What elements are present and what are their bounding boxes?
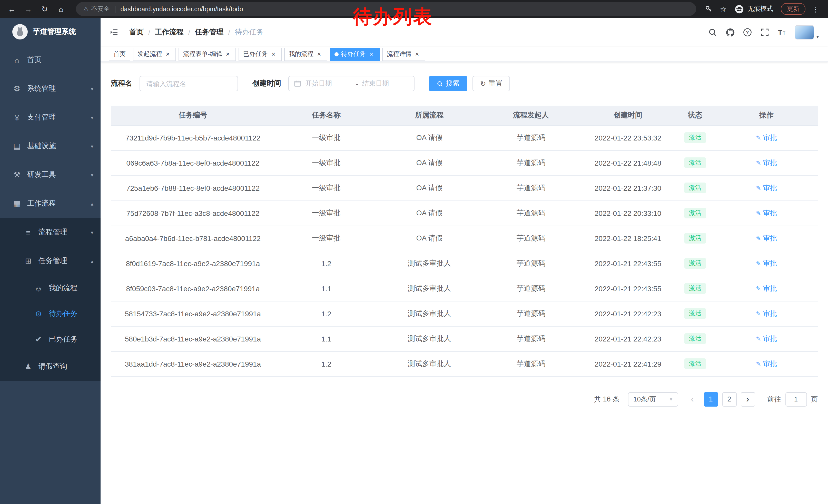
- header-tools: ? TT ▾: [701, 25, 819, 40]
- sidebar-item-workflow[interactable]: ▦ 工作流程 ▴: [0, 189, 100, 218]
- sidebar-item-done-tasks[interactable]: ✔ 已办任务: [0, 327, 100, 352]
- tab-start-process[interactable]: 发起流程 ×: [133, 47, 176, 61]
- table-row: 75d72608-7b7f-11ec-a3c8-acde48001122 一级审…: [111, 200, 818, 226]
- sidebar-item-system[interactable]: ⚙ 系统管理 ▾: [0, 74, 100, 103]
- page-button-1[interactable]: 1: [704, 392, 718, 406]
- list-icon: ≡: [23, 228, 34, 237]
- bookmark-star-icon[interactable]: ☆: [720, 5, 727, 13]
- update-button[interactable]: 更新: [781, 3, 805, 15]
- prev-page-button[interactable]: ‹: [685, 392, 700, 406]
- close-icon[interactable]: ×: [224, 50, 232, 58]
- approve-link[interactable]: ✎审批: [756, 133, 777, 142]
- col-created-time: 创建时间: [581, 106, 675, 125]
- status-badge: 激活: [685, 233, 706, 243]
- fullscreen-icon[interactable]: [760, 27, 770, 37]
- approve-link[interactable]: ✎审批: [756, 209, 777, 218]
- tab-home[interactable]: 首页: [109, 47, 130, 61]
- filter-bar: 流程名 创建时间 开始日期 - 结束日期 搜索: [111, 76, 818, 91]
- tab-process-form-edit[interactable]: 流程表单-编辑 ×: [178, 47, 236, 61]
- svg-text:T: T: [779, 29, 783, 36]
- breadcrumb-home[interactable]: 首页: [129, 28, 143, 37]
- goto-page-input[interactable]: [785, 392, 807, 406]
- gear-icon: ⚙: [11, 84, 23, 93]
- reload-button[interactable]: ↻: [38, 2, 51, 16]
- check-icon: ✔: [33, 335, 44, 344]
- edit-icon: ✎: [756, 210, 761, 217]
- tab-done-tasks[interactable]: 已办任务 ×: [239, 47, 282, 61]
- date-range-picker[interactable]: 开始日期 - 结束日期: [288, 76, 415, 91]
- breadcrumb-workflow[interactable]: 工作流程: [155, 28, 184, 37]
- font-size-icon[interactable]: TT: [778, 27, 788, 37]
- sidebar-item-todo-tasks[interactable]: ⊙ 待办任务: [0, 301, 100, 327]
- user-menu[interactable]: ▾: [795, 25, 819, 40]
- table-row: 8f0d1619-7ac8-11ec-a9e2-a2380e71991a 1.2…: [111, 251, 818, 276]
- yen-icon: ¥: [11, 113, 23, 122]
- status-badge: 激活: [685, 308, 706, 319]
- sidebar-item-devtools[interactable]: ⚒ 研发工具 ▾: [0, 161, 100, 189]
- main-header: 首页 / 工作流程 / 任务管理 / 待办任务 ?: [100, 18, 828, 47]
- next-page-button[interactable]: ›: [741, 392, 755, 406]
- sidebar-item-task-management[interactable]: ⊞ 任务管理 ▴: [0, 246, 100, 275]
- tab-process-detail[interactable]: 流程详情 ×: [382, 47, 425, 61]
- edit-icon: ✎: [756, 335, 761, 342]
- tab-bar: 首页 发起流程 × 流程表单-编辑 × 已办任务 × 我的流程 × 待办任务 ×: [100, 47, 828, 62]
- status-badge: 激活: [685, 258, 706, 269]
- sidebar-item-leave-query[interactable]: ♟ 请假查询: [0, 352, 100, 381]
- tab-todo-tasks[interactable]: 待办任务 ×: [330, 47, 380, 61]
- sidebar-item-payment[interactable]: ¥ 支付管理 ▾: [0, 103, 100, 132]
- create-time-label: 创建时间: [252, 79, 281, 88]
- table-row: 8f059c03-7ac8-11ec-a9e2-a2380e71991a 1.1…: [111, 276, 818, 301]
- approve-link[interactable]: ✎审批: [756, 183, 777, 192]
- status-badge: 激活: [685, 333, 706, 344]
- sidebar-item-infrastructure[interactable]: ▤ 基础设施 ▾: [0, 132, 100, 161]
- reset-button[interactable]: ↻ 重置: [472, 76, 510, 91]
- chevron-up-icon: ▴: [91, 201, 93, 207]
- approve-link[interactable]: ✎审批: [756, 259, 777, 268]
- sidebar-item-my-processes[interactable]: ☺ 我的流程: [0, 275, 100, 301]
- edit-icon: ✎: [756, 260, 761, 267]
- close-icon[interactable]: ×: [164, 50, 171, 58]
- close-icon[interactable]: ×: [316, 50, 323, 58]
- approve-link[interactable]: ✎审批: [756, 234, 777, 243]
- page-size-select[interactable]: 10条/页 ▾: [628, 392, 678, 406]
- help-icon[interactable]: ?: [743, 27, 753, 37]
- page-button-2[interactable]: 2: [722, 392, 736, 406]
- approve-link[interactable]: ✎审批: [756, 309, 777, 318]
- sidebar-toggle-button[interactable]: [109, 27, 120, 38]
- process-name-label: 流程名: [111, 79, 132, 88]
- key-icon[interactable]: [705, 5, 713, 13]
- breadcrumb-task-management[interactable]: 任务管理: [195, 28, 224, 37]
- approve-link[interactable]: ✎审批: [756, 334, 777, 343]
- search-button[interactable]: 搜索: [429, 76, 467, 91]
- home-button[interactable]: ⌂: [54, 2, 68, 16]
- approve-link[interactable]: ✎审批: [756, 359, 777, 368]
- close-icon[interactable]: ×: [368, 50, 375, 58]
- back-button[interactable]: ←: [5, 2, 18, 16]
- status-badge: 激活: [685, 158, 706, 168]
- page-content: 流程名 创建时间 开始日期 - 结束日期 搜索: [100, 76, 828, 406]
- total-count: 共 16 条: [594, 395, 619, 404]
- edit-icon: ✎: [756, 360, 761, 367]
- sidebar-item-home[interactable]: ⌂ 首页: [0, 46, 100, 74]
- forward-button[interactable]: →: [22, 2, 35, 16]
- close-icon[interactable]: ×: [413, 50, 421, 58]
- col-process: 所属流程: [378, 106, 481, 125]
- sidebar-item-process-management[interactable]: ≡ 流程管理 ▾: [0, 218, 100, 246]
- process-name-input[interactable]: [139, 76, 238, 91]
- browser-menu-icon[interactable]: ⋮: [812, 5, 819, 13]
- approve-link[interactable]: ✎审批: [756, 284, 777, 293]
- infrastructure-icon: ▤: [11, 141, 23, 151]
- close-icon[interactable]: ×: [270, 50, 277, 58]
- caret-down-icon: ▾: [670, 396, 672, 402]
- tab-my-processes[interactable]: 我的流程 ×: [284, 47, 327, 61]
- task-table: 任务编号 任务名称 所属流程 流程发起人 创建时间 状态 操作 73211d9d…: [111, 106, 818, 377]
- security-status[interactable]: ⚠ 不安全: [83, 5, 110, 13]
- github-icon[interactable]: [725, 27, 735, 37]
- search-icon[interactable]: [708, 27, 718, 37]
- avatar[interactable]: [795, 25, 815, 40]
- incognito-icon: [735, 4, 744, 13]
- grid-icon: ⊞: [23, 256, 34, 266]
- approve-link[interactable]: ✎审批: [756, 158, 777, 168]
- end-date-placeholder: 结束日期: [362, 79, 409, 88]
- calendar-icon: [294, 80, 301, 87]
